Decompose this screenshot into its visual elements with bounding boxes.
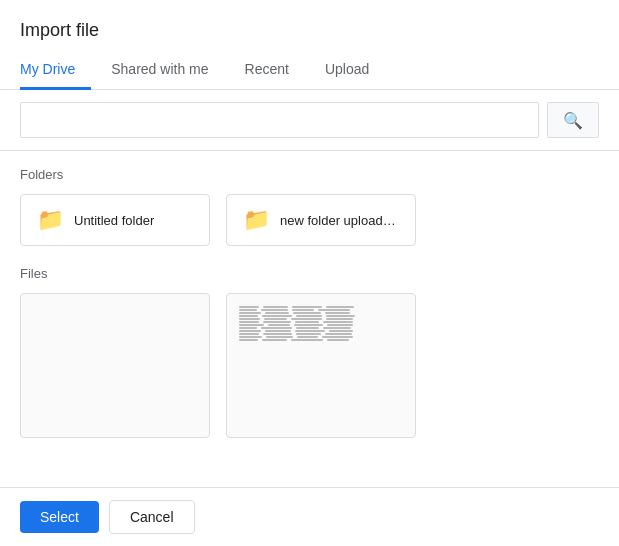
tab-bar: My Drive Shared with me Recent Upload <box>0 51 619 90</box>
folder-icon: 📁 <box>37 207 64 233</box>
file-preview-1 <box>29 302 37 372</box>
search-button[interactable]: 🔍 <box>547 102 599 138</box>
file-item[interactable] <box>20 293 210 438</box>
folders-grid: 📁 Untitled folder 📁 new folder uploade..… <box>20 194 599 246</box>
search-icon: 🔍 <box>563 111 583 130</box>
tab-shared-with-me[interactable]: Shared with me <box>107 51 224 90</box>
tab-upload[interactable]: Upload <box>321 51 385 90</box>
file-item[interactable] <box>226 293 416 438</box>
folder-item[interactable]: 📁 Untitled folder <box>20 194 210 246</box>
files-grid <box>20 293 599 438</box>
search-bar: 🔍 <box>0 90 619 151</box>
files-label: Files <box>20 266 599 281</box>
dialog-title: Import file <box>0 0 619 51</box>
dialog-footer: Select Cancel <box>0 487 619 546</box>
import-dialog: Import file My Drive Shared with me Rece… <box>0 0 619 546</box>
folders-label: Folders <box>20 167 599 182</box>
content-area: Folders 📁 Untitled folder 📁 new folder u… <box>0 151 619 487</box>
folder-icon: 📁 <box>243 207 270 233</box>
cancel-button[interactable]: Cancel <box>109 500 195 534</box>
tab-my-drive[interactable]: My Drive <box>20 51 91 90</box>
files-section: Files <box>20 266 599 438</box>
tab-recent[interactable]: Recent <box>241 51 305 90</box>
folder-item[interactable]: 📁 new folder uploade... <box>226 194 416 246</box>
folder-name: new folder uploade... <box>280 213 399 228</box>
search-input[interactable] <box>20 102 539 138</box>
file-preview-2 <box>235 302 407 429</box>
select-button[interactable]: Select <box>20 501 99 533</box>
folder-name: Untitled folder <box>74 213 154 228</box>
